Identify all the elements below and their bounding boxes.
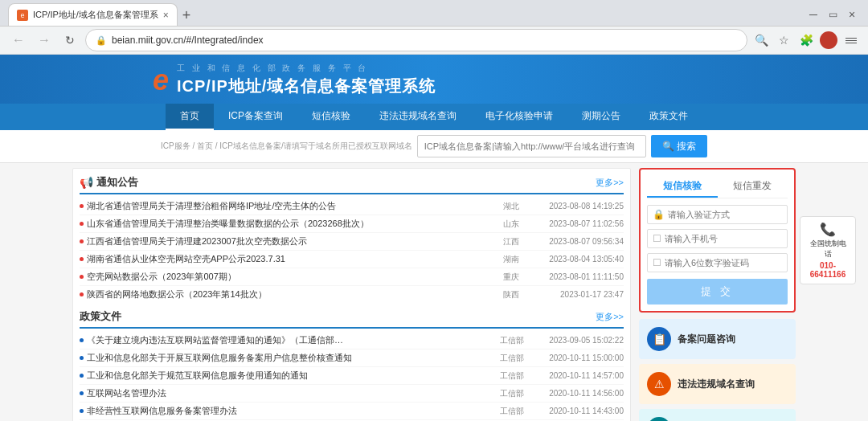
- notice-section: 📢 通知公告 更多>> 湖北省通信管理局关于清理整治粗俗网络IP地址/空壳主体的…: [80, 175, 624, 303]
- sms-field-2[interactable]: ☐: [647, 229, 788, 248]
- notice-dot: [80, 239, 84, 243]
- left-panel: 📢 通知公告 更多>> 湖北省通信管理局关于清理整治粗俗网络IP地址/空壳主体的…: [72, 168, 631, 421]
- policy-text[interactable]: 《关于建立境内违法互联网站监督管理通知的通知》（工通信部…: [87, 334, 497, 346]
- quick-link-1[interactable]: 📋 备案问题咨询: [639, 319, 796, 359]
- back-button[interactable]: ←: [8, 30, 29, 51]
- policy-date: 2023-09-05 15:02:22: [527, 336, 624, 345]
- policy-text[interactable]: 互联网站名管理办法: [87, 387, 497, 399]
- search-input-wrap[interactable]: [417, 135, 646, 157]
- notice-dot: [80, 275, 84, 279]
- notice-item: 陕西省的网络地数据公示（2023年第14批次） 陕西 2023-01-17 23…: [80, 286, 624, 303]
- lock-field-icon: 🔒: [653, 209, 665, 220]
- nav-item-icp[interactable]: ICP备案查询: [214, 104, 297, 130]
- profile-avatar[interactable]: [820, 31, 837, 49]
- nav-item-sms[interactable]: 短信核验: [297, 104, 365, 130]
- address-bar[interactable]: 🔒 beian.miit.gov.cn/#/Integrated/index: [85, 29, 747, 51]
- phone-contact: 📞 全国统制电话 010-66411166: [800, 216, 856, 284]
- sms-verify-method-input[interactable]: [668, 210, 782, 219]
- notice-date: 2023-08-01 11:11:50: [527, 272, 624, 281]
- policy-text[interactable]: 工业和信息化部关于开展互联网信息服务备案用户信息整价核查通知: [87, 352, 497, 364]
- notice-text[interactable]: 陕西省的网络地数据公示（2023年第14批次）: [87, 288, 500, 300]
- menu-button[interactable]: [842, 31, 860, 49]
- sms-tabs: 短信核验 短信重发: [647, 176, 788, 198]
- minimize-button[interactable]: ─: [805, 6, 821, 22]
- sms-tab-verify[interactable]: 短信核验: [647, 176, 718, 198]
- nav-item-illegal[interactable]: 违法违规域名查询: [365, 104, 471, 130]
- notice-date: 2023-08-04 13:05:40: [527, 255, 624, 264]
- nav-item-electronic[interactable]: 电子化核验申请: [471, 104, 567, 130]
- sms-verification-box: 短信核验 短信重发 🔒 ☐ ☐ 提 交: [639, 168, 796, 313]
- sms-submit-button[interactable]: 提 交: [647, 279, 788, 305]
- notice-item: 湖北省通信管理局关于清理整治粗俗网络IP地址/空壳主体的公告 湖北 2023-0…: [80, 198, 624, 215]
- sms-code-input[interactable]: [665, 258, 782, 268]
- policy-item: 《关于建立境内违法互联网站监督管理通知的通知》（工通信部… 工信部 2023-0…: [80, 332, 624, 349]
- nav-item-policy[interactable]: 政策文件: [635, 104, 702, 130]
- restore-button[interactable]: ▭: [825, 6, 841, 22]
- forward-button[interactable]: →: [34, 30, 55, 51]
- policy-text[interactable]: 非经营性互联网信息服务备案管理办法: [87, 405, 497, 417]
- tab-favicon: e: [17, 10, 28, 21]
- sms-phone-input[interactable]: [665, 234, 782, 243]
- notice-text[interactable]: 空壳网站数据公示（2023年第007期）: [87, 271, 500, 283]
- quick-link-3[interactable]: 📄 电子化核验申请: [639, 409, 796, 421]
- policy-region: 工信部: [500, 370, 524, 382]
- site-header: e 工 业 和 信 息 化 部 政 务 服 务 平 台 ICP/IP地址/域名信…: [0, 55, 868, 104]
- search-button[interactable]: 🔍 搜索: [651, 135, 707, 157]
- code-field-icon: ☐: [653, 257, 661, 268]
- sms-field-1[interactable]: 🔒: [647, 205, 788, 224]
- site-nav: 首页 ICP备案查询 短信核验 违法违规域名查询 电子化核验申请 测期公告 政策…: [0, 104, 868, 130]
- policy-list: 《关于建立境内违法互联网站监督管理通知的通知》（工通信部… 工信部 2023-0…: [80, 332, 624, 421]
- header-titles: 工 业 和 信 息 化 部 政 务 服 务 平 台 ICP/IP地址/域名信息备…: [177, 63, 436, 97]
- phone-label: 全国统制电话: [807, 239, 849, 260]
- notice-date: 2023-08-08 14:19:25: [527, 202, 624, 210]
- notice-text[interactable]: 湖北省通信管理局关于清理整治粗俗网络IP地址/空壳主体的公告: [87, 200, 500, 212]
- policy-item: 工业和信息化部关于开展互联网信息服务备案用户信息整价核查通知 工信部 2020-…: [80, 349, 624, 367]
- close-tab-icon[interactable]: ×: [163, 10, 169, 21]
- header-subtitle: 工 业 和 信 息 化 部 政 务 服 务 平 台: [177, 63, 436, 74]
- notice-item: 山东省通信管理局关于清理整治类曝量数据数据的公示（2023268批次） 山东 2…: [80, 215, 624, 233]
- search-icon[interactable]: 🔍: [752, 31, 770, 49]
- notice-region: 湖南: [503, 254, 524, 265]
- notice-list: 湖北省通信管理局关于清理整治粗俗网络IP地址/空壳主体的公告 湖北 2023-0…: [80, 198, 624, 303]
- policy-date: 2020-10-11 14:56:00: [527, 389, 624, 398]
- bookmark-icon[interactable]: ☆: [775, 31, 792, 49]
- policy-dot: [80, 374, 84, 378]
- policy-region: 工信部: [500, 388, 524, 399]
- policy-more[interactable]: 更多>>: [596, 311, 624, 323]
- search-input[interactable]: [424, 141, 639, 151]
- case-inquiry-label: 备案问题咨询: [678, 333, 735, 346]
- sms-field-3[interactable]: ☐: [647, 253, 788, 272]
- policy-dot: [80, 409, 84, 413]
- notice-item: 空壳网站数据公示（2023年第007期） 重庆 2023-08-01 11:11…: [80, 268, 624, 286]
- nav-item-home[interactable]: 首页: [166, 104, 214, 130]
- policy-section: 政策文件 更多>> 《关于建立境内违法互联网站监督管理通知的通知》（工通信部… …: [80, 309, 624, 421]
- close-window-button[interactable]: ×: [844, 6, 860, 22]
- extensions-icon[interactable]: 🧩: [797, 31, 815, 49]
- notice-text[interactable]: 湖南省通信从业体空壳网站空壳APP公示2023.7.31: [87, 253, 500, 265]
- quick-link-2[interactable]: ⚠ 违法违规域名查询: [639, 364, 796, 404]
- policy-region: 工信部: [500, 353, 524, 364]
- new-tab-button[interactable]: +: [182, 8, 191, 26]
- nav-item-news[interactable]: 测期公告: [567, 104, 635, 130]
- reload-button[interactable]: ↻: [59, 30, 80, 51]
- policy-title: 政策文件: [80, 309, 121, 324]
- notice-text[interactable]: 江西省通信管理局关于清理建2023007批次空壳数据公示: [87, 235, 500, 247]
- browser-tab[interactable]: e ICP/IP地址/域名信息备案管理系 ×: [8, 3, 178, 26]
- notice-dot: [80, 292, 84, 296]
- header-logo: e: [153, 66, 169, 95]
- policy-date: 2020-10-11 14:57:00: [527, 371, 624, 380]
- notice-item: 湖南省通信从业体空壳网站空壳APP公示2023.7.31 湖南 2023-08-…: [80, 251, 624, 268]
- notice-region: 陕西: [503, 289, 524, 300]
- notice-date: 2023-01-17 23:47: [527, 290, 624, 299]
- right-panel: 短信核验 短信重发 🔒 ☐ ☐ 提 交: [639, 168, 796, 421]
- policy-text[interactable]: 工业和信息化部关于规范互联网信息服务使用通知的通知: [87, 370, 497, 382]
- notice-date: 2023-08-07 09:56:34: [527, 237, 624, 246]
- illegal-domain-icon: ⚠: [647, 372, 671, 396]
- notice-more[interactable]: 更多>>: [596, 177, 624, 189]
- tab-title: ICP/IP地址/域名信息备案管理系: [33, 9, 158, 21]
- notice-dot: [80, 222, 84, 226]
- policy-region: 工信部: [500, 406, 524, 417]
- notice-text[interactable]: 山东省通信管理局关于清理整治类曝量数据数据的公示（2023268批次）: [87, 218, 500, 230]
- case-inquiry-icon: 📋: [647, 327, 671, 351]
- sms-tab-resend[interactable]: 短信重发: [718, 176, 788, 198]
